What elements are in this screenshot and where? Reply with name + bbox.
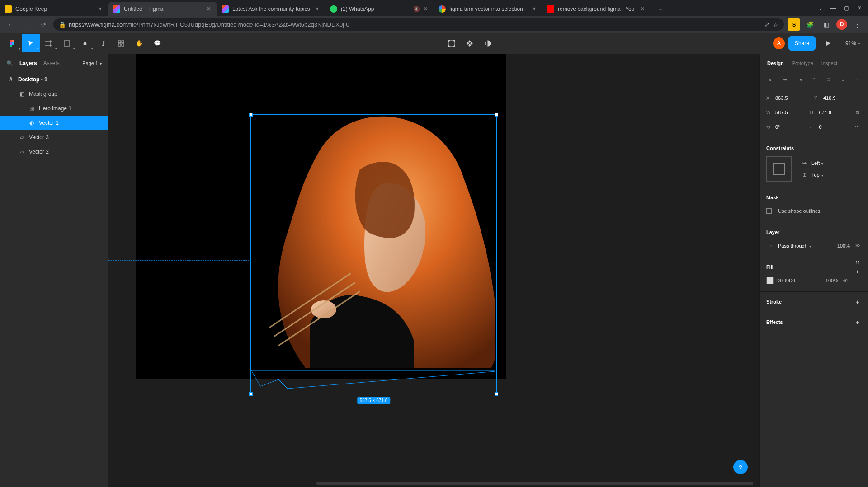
present-button[interactable]	[819, 34, 837, 52]
extension-icon[interactable]: S	[788, 18, 800, 31]
fill-opacity-field[interactable]: 100%	[826, 278, 838, 283]
forward-button[interactable]: →	[21, 18, 33, 31]
constraint-diagram[interactable]	[766, 156, 792, 182]
browser-tab[interactable]: Latest Ask the community topics ✕	[217, 2, 326, 16]
design-tab[interactable]: Design	[767, 61, 784, 66]
close-icon[interactable]: ✕	[532, 6, 538, 12]
h-field[interactable]: H671.6	[810, 110, 850, 115]
resize-handle[interactable]	[495, 392, 498, 396]
move-tool[interactable]: ▾	[22, 34, 40, 52]
blend-mode-dropdown[interactable]: Pass through	[778, 243, 835, 248]
layer-vector[interactable]: ▱ Vector 3	[0, 130, 108, 145]
edit-object-icon[interactable]	[443, 34, 461, 52]
align-hcenter-icon[interactable]: ⇔	[781, 75, 790, 84]
svg-point-16	[453, 40, 455, 41]
y-field[interactable]: Y410.9	[814, 95, 859, 101]
user-avatar[interactable]: A	[773, 37, 785, 49]
layer-frame[interactable]: # Desktop - 1	[0, 72, 108, 87]
close-icon[interactable]: ✕	[640, 6, 646, 12]
fill-hex-field[interactable]: D9D9D9	[776, 278, 823, 283]
reload-button[interactable]: ⟳	[37, 18, 50, 31]
layer-image[interactable]: ▧ Hero image 1	[0, 101, 108, 116]
close-icon[interactable]: ✕	[98, 6, 104, 12]
close-icon[interactable]: ✕	[315, 6, 321, 12]
align-right-icon[interactable]: ⇥	[795, 75, 804, 84]
layers-tab[interactable]: Layers	[19, 60, 37, 66]
distribute-icon[interactable]: ⋮	[853, 75, 862, 84]
pen-tool[interactable]: ▾	[76, 34, 94, 52]
more-options-icon[interactable]: ⋯	[854, 122, 862, 131]
fill-swatch[interactable]	[766, 277, 774, 284]
add-fill-icon[interactable]: ＋	[853, 267, 862, 276]
menu-icon[interactable]: ⋮	[851, 18, 863, 31]
rotation-field[interactable]: ⟲0°	[766, 124, 807, 130]
shape-tool[interactable]: ▾	[58, 34, 76, 52]
canvas[interactable]: 587.5 × 671.6 ?	[108, 54, 760, 487]
visibility-icon[interactable]: 👁	[853, 241, 862, 250]
sidepanel-icon[interactable]: ◧	[820, 18, 833, 31]
profile-avatar[interactable]: D	[836, 19, 847, 30]
back-button[interactable]: ←	[5, 18, 17, 31]
help-button[interactable]: ?	[733, 460, 748, 474]
x-field[interactable]: X863.5	[766, 95, 811, 101]
add-stroke-icon[interactable]: ＋	[853, 297, 862, 306]
resize-handle[interactable]	[249, 113, 253, 117]
figma-toolbar: ▾ ▾ ▾ ▾ ▾ T ✋ 💬 A Share 91%	[0, 33, 868, 54]
h-constraint-dropdown[interactable]: Left	[811, 160, 823, 166]
main-menu-button[interactable]: ▾	[4, 34, 22, 52]
layer-mask-group[interactable]: ◧ Mask group	[0, 87, 108, 101]
share-button[interactable]: Share	[788, 36, 816, 51]
text-tool[interactable]: T	[94, 34, 112, 52]
w-field[interactable]: W587.5	[766, 110, 807, 115]
canvas-scrollbar[interactable]	[316, 482, 753, 485]
minimize-icon[interactable]: —	[830, 5, 836, 11]
selection-box[interactable]: 587.5 × 671.6	[250, 114, 497, 394]
layer-opacity-field[interactable]: 100%	[837, 243, 850, 248]
browser-tab-active[interactable]: Untitled – Figma ✕	[108, 2, 217, 16]
remove-fill-icon[interactable]: −	[853, 276, 862, 285]
prototype-tab[interactable]: Prototype	[792, 61, 813, 66]
resize-handle[interactable]	[249, 392, 253, 396]
add-effect-icon[interactable]: ＋	[853, 318, 862, 327]
inspect-tab[interactable]: Inspect	[821, 61, 837, 66]
browser-tab[interactable]: remove background figma - You ✕	[542, 2, 651, 16]
omnibox[interactable]: 🔒 https://www.figma.com/file/Phm7xJdwhRl…	[53, 18, 784, 31]
close-icon[interactable]: ✕	[206, 6, 212, 12]
mask-icon[interactable]	[479, 34, 497, 52]
search-tabs-icon[interactable]: ⌄	[818, 5, 822, 11]
extensions-icon[interactable]: 🧩	[804, 18, 816, 31]
use-shape-outlines-checkbox[interactable]: Use shape outlines	[760, 204, 868, 218]
create-component-icon[interactable]	[461, 34, 479, 52]
align-left-icon[interactable]: ⇤	[766, 75, 775, 84]
styles-icon[interactable]: ∷	[853, 258, 862, 267]
layer-vector-selected[interactable]: ◐ Vector 1	[0, 116, 108, 130]
zoom-dropdown[interactable]: 91%	[841, 40, 864, 47]
visibility-icon[interactable]: 👁	[841, 276, 850, 285]
search-icon[interactable]: 🔍	[6, 60, 13, 66]
resize-handle[interactable]	[495, 113, 498, 117]
radius-field[interactable]: ⌐0	[810, 124, 850, 130]
v-constraint-dropdown[interactable]: Top	[811, 172, 823, 178]
layer-vector[interactable]: ▱ Vector 2	[0, 145, 108, 159]
install-icon[interactable]: ⤢	[764, 21, 769, 28]
page-dropdown[interactable]: Page 1	[82, 61, 102, 66]
assets-tab[interactable]: Assets	[43, 60, 60, 66]
resources-tool[interactable]	[112, 34, 130, 52]
align-bottom-icon[interactable]: ⤓	[838, 75, 847, 84]
align-vcenter-icon[interactable]: ⇕	[824, 75, 833, 84]
constrain-proportions-icon[interactable]: ⇅	[854, 108, 862, 117]
checkbox-icon	[766, 208, 772, 214]
mute-icon[interactable]: 🔇	[413, 6, 420, 12]
align-top-icon[interactable]: ⤒	[809, 75, 818, 84]
bookmark-icon[interactable]: ☆	[773, 21, 778, 28]
frame-tool[interactable]: ▾	[40, 34, 58, 52]
browser-tab[interactable]: figma turn vector into selection - ✕	[434, 2, 542, 16]
close-icon[interactable]: ✕	[423, 6, 429, 12]
new-tab-button[interactable]: ＋	[654, 4, 666, 16]
comment-tool[interactable]: 💬	[148, 34, 166, 52]
browser-tab[interactable]: Google Keep ✕	[0, 2, 108, 16]
hand-tool[interactable]: ✋	[130, 34, 148, 52]
close-window-icon[interactable]: ✕	[857, 5, 862, 11]
maximize-icon[interactable]: ▢	[844, 5, 849, 11]
browser-tab[interactable]: (1) WhatsApp 🔇 ✕	[326, 2, 434, 16]
